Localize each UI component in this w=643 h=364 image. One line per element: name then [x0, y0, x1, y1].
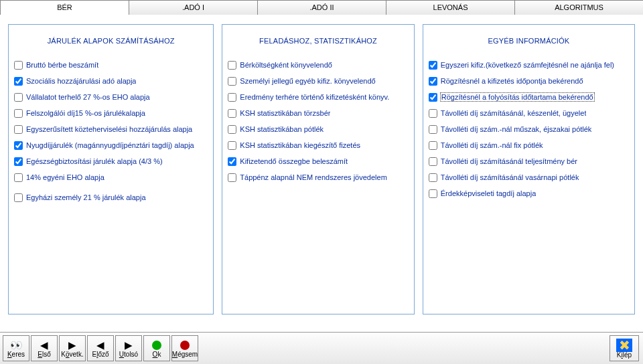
kovetk-button[interactable]: ▶Követk.: [59, 335, 86, 361]
checkbox-row: 14% egyéni EHO alapja: [13, 169, 209, 185]
checkbox[interactable]: [228, 109, 236, 118]
checkbox-label: Nyugdíjjárulék (magánnyugdíjpénztári tag…: [26, 141, 194, 149]
checkbox-label: KSH statisztikában kiegészítő fizetés: [240, 141, 360, 149]
tab-levonas[interactable]: LEVONÁS: [386, 0, 515, 15]
panel-title: FELADÁSHOZ, STATISZTIKÁHOZ: [226, 30, 409, 57]
checkbox-label: Szociális hozzájárulási adó alapja: [26, 77, 136, 85]
checkbox[interactable]: [429, 157, 437, 166]
checkbox-label: Távolléti díj szám.-nál fix pótlék: [441, 141, 543, 149]
checkbox-row: KSH statisztikában törzsbér: [226, 105, 409, 121]
tab-content: JÁRULÉK ALAPOK SZÁMÍTÁSÁHOZ Bruttó bérbe…: [0, 15, 643, 314]
first-icon: ◀: [40, 339, 48, 351]
checkbox[interactable]: [228, 125, 236, 134]
checkbox-label: Rögzítésnél a folyósítás időtartama beké…: [440, 92, 595, 102]
tab-ado2[interactable]: .ADÓ II: [257, 0, 386, 15]
ok-button[interactable]: Ok: [143, 335, 170, 361]
checkbox-row: Kifizetendő összegbe beleszámít: [226, 153, 409, 169]
toolbar-spacer: [200, 335, 610, 361]
checkbox-row: Távolléti díj számításánál, készenlét, ü…: [427, 105, 630, 121]
checkbox-row: Eredmény terhére történő kifizetésként k…: [226, 89, 409, 105]
checkbox-row: Távolléti díj számításánál vasárnapi pót…: [427, 169, 630, 185]
panel-feladas: FELADÁSHOZ, STATISZTIKÁHOZ Bérköltségkén…: [222, 24, 414, 314]
checkbox[interactable]: [429, 173, 437, 182]
checkbox-row: Rögzítésnél a kifizetés időpontja bekére…: [427, 73, 630, 89]
panel-title: JÁRULÉK ALAPOK SZÁMÍTÁSÁHOZ: [13, 30, 209, 57]
checkbox-label: KSH statisztikában pótlék: [240, 125, 324, 133]
checkbox-row: Személyi jellegű egyéb kifiz. könyvelend…: [226, 73, 409, 89]
elozo-button[interactable]: ◀Előző: [87, 335, 114, 361]
checkbox[interactable]: [429, 125, 437, 134]
checkbox-label: Személyi jellegű egyéb kifiz. könyvelend…: [240, 77, 375, 85]
checkbox[interactable]: [14, 125, 23, 134]
checkbox[interactable]: [228, 93, 236, 102]
btn-label: Kilép: [617, 352, 632, 359]
checkbox-row: KSH statisztikában pótlék: [226, 121, 409, 137]
checkbox-label: Egyházi személy 21 % járulék alapja: [26, 193, 146, 201]
checkbox-row: Rögzítésnél a folyósítás időtartama beké…: [427, 89, 630, 105]
checkbox-row: Egyházi személy 21 % járulék alapja: [13, 189, 209, 205]
checkbox-row: Érdekképviseleti tagdíj alapja: [427, 185, 630, 201]
prev-icon: ◀: [96, 339, 104, 351]
checkbox-label: Érdekképviseleti tagdíj alapja: [441, 189, 536, 197]
checkbox-label: Táppénz alapnál NEM rendszeres jövedelem: [240, 173, 387, 181]
checkbox[interactable]: [14, 157, 23, 166]
btn-label: Követk.: [61, 351, 83, 358]
btn-label: Előző: [92, 351, 109, 358]
checkbox[interactable]: [429, 109, 437, 118]
binoculars-icon: 👀: [10, 339, 23, 351]
tab-algoritmus[interactable]: ALGORITMUS: [514, 0, 643, 15]
checkbox-row: Távolléti díj szám.-nál műszak, éjszakai…: [427, 121, 630, 137]
megsem-button[interactable]: Mégsem: [171, 335, 198, 361]
checkbox[interactable]: [14, 173, 23, 182]
panel-jarulek: JÁRULÉK ALAPOK SZÁMÍTÁSÁHOZ Bruttó bérbe…: [8, 24, 214, 314]
checkbox[interactable]: [228, 157, 236, 166]
exit-icon: ✖: [616, 339, 632, 352]
btn-label: Mégsem: [172, 351, 198, 358]
panel-egyeb: EGYÉB INFORMÁCIÓK Egyszeri kifiz.(követk…: [423, 24, 635, 314]
checkbox-row: KSH statisztikában kiegészítő fizetés: [226, 137, 409, 153]
toolbar: 👀Keres ◀Első ▶Követk. ◀Előző ▶Utolsó Ok …: [0, 332, 643, 364]
checkbox-label: Kifizetendő összegbe beleszámít: [240, 157, 348, 165]
checkbox[interactable]: [429, 189, 437, 198]
keres-button[interactable]: 👀Keres: [3, 335, 29, 361]
checkbox[interactable]: [14, 77, 23, 86]
checkbox-label: Vállalatot terhelő 27 %-os EHO alapja: [26, 93, 150, 101]
checkbox[interactable]: [228, 77, 236, 86]
last-icon: ▶: [125, 339, 133, 351]
checkbox[interactable]: [429, 61, 437, 70]
checkbox-row: Szociális hozzájárulási adó alapja: [13, 73, 209, 89]
checkbox[interactable]: [14, 141, 23, 150]
checkbox-row: Felszolgálói díj15 %-os járulékalapja: [13, 105, 209, 121]
btn-label: eres: [12, 351, 25, 358]
btn-label: Utolsó: [119, 351, 138, 358]
checkbox-row: Távolléti díj szám.-nál fix pótlék: [427, 137, 630, 153]
checkbox[interactable]: [14, 93, 23, 102]
utolso-button[interactable]: ▶Utolsó: [115, 335, 142, 361]
checkbox-label: Eredmény terhére történő kifizetésként k…: [240, 93, 389, 101]
kilep-button[interactable]: ✖Kilép: [610, 335, 639, 361]
checkbox-row: Távolléti díj számításánál teljesítmény …: [427, 153, 630, 169]
checkbox-label: 14% egyéni EHO alapja: [26, 173, 104, 181]
next-icon: ▶: [68, 339, 76, 351]
elso-button[interactable]: ◀Első: [31, 335, 58, 361]
tab-ado1[interactable]: .ADÓ I: [129, 0, 258, 15]
checkbox-row: Bruttó bérbe beszámít: [13, 57, 209, 73]
checkbox[interactable]: [429, 93, 437, 102]
checkbox[interactable]: [228, 173, 236, 182]
checkbox-row: Vállalatot terhelő 27 %-os EHO alapja: [13, 89, 209, 105]
checkbox-row: Bérköltségként könyvelendő: [226, 57, 409, 73]
checkbox[interactable]: [14, 61, 23, 70]
tab-strip: BÉR .ADÓ I .ADÓ II LEVONÁS ALGORITMUS: [0, 0, 643, 15]
checkbox[interactable]: [228, 61, 236, 70]
cancel-icon: [180, 339, 190, 351]
checkbox[interactable]: [14, 109, 23, 118]
checkbox[interactable]: [14, 193, 23, 202]
checkbox[interactable]: [429, 77, 437, 86]
checkbox-label: Egyszerűsített közteherviselési hozzájár…: [26, 125, 192, 133]
checkbox-label: Távolléti díj szám.-nál műszak, éjszakai…: [441, 125, 592, 133]
checkbox-row: Egyszerűsített közteherviselési hozzájár…: [13, 121, 209, 137]
checkbox[interactable]: [429, 141, 437, 150]
btn-label: Első: [38, 351, 50, 358]
tab-ber[interactable]: BÉR: [0, 0, 129, 15]
checkbox[interactable]: [228, 141, 236, 150]
